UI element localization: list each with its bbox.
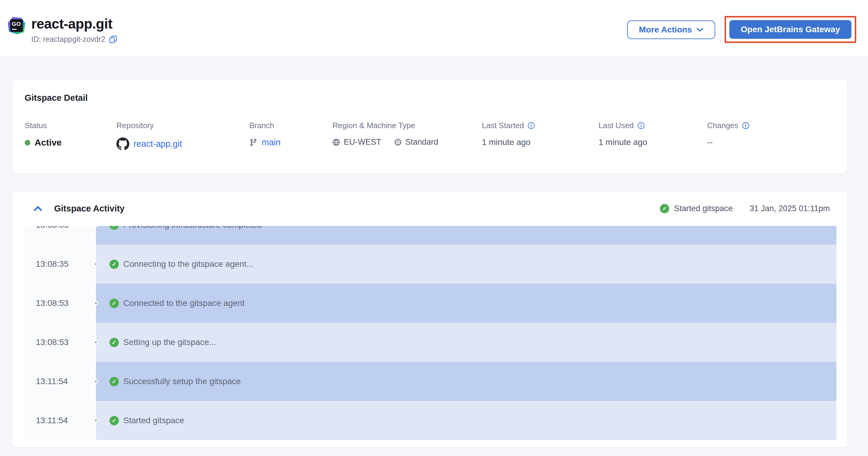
event-band: ✓ Connected to the gitspace agent (96, 284, 836, 323)
github-icon (116, 138, 129, 150)
annotation-highlight-box: Open JetBrains Gateway (724, 16, 856, 43)
field-region-machine: Region & Machine Type EU-WEST (332, 121, 438, 147)
field-repository: Repository react-app.git (116, 121, 182, 150)
success-check-icon: ✓ (110, 377, 119, 386)
git-branch-icon (249, 139, 257, 147)
activity-event-row: 13:08:35 ✓ Provisioning infrastructure c… (25, 226, 836, 245)
info-icon[interactable] (637, 122, 645, 129)
gitspace-activity-card: Gitspace Activity ✓ Started gitspace 31 … (12, 191, 847, 447)
last-started-label: Last Started (482, 121, 524, 130)
goland-logo: GO (8, 17, 25, 34)
goland-logo-box: GO (10, 19, 23, 32)
event-time: 13:11:54 (25, 401, 96, 440)
status-dot-icon (25, 140, 30, 146)
success-check-icon: ✓ (110, 299, 119, 308)
chevron-down-icon (696, 28, 704, 32)
changes-label: Changes (707, 121, 738, 130)
detail-card-title: Gitspace Detail (25, 93, 88, 103)
branch-link[interactable]: main (262, 138, 281, 147)
gitspace-id: ID: reactappgit-zovdr2 (31, 35, 105, 43)
repository-label: Repository (116, 121, 182, 130)
activity-event-row: 13:11:54 ✓ Started gitspace (25, 401, 836, 440)
activity-title: Gitspace Activity (54, 204, 125, 214)
activity-log: 13:08:35 ✓ Provisioning infrastructure c… (25, 226, 836, 440)
event-time: 13:08:35 (25, 245, 96, 284)
event-band: ✓ Successfully setup the gitspace (96, 362, 836, 401)
last-used-value: 1 minute ago (598, 138, 647, 147)
success-check-icon: ✓ (110, 260, 119, 269)
success-check-icon: ✓ (660, 204, 669, 213)
branch-label: Branch (249, 121, 281, 130)
timeline-dot-icon (94, 340, 98, 344)
event-message: Started gitspace (123, 416, 184, 425)
gitspace-detail-card: Gitspace Detail Status Active Repository… (12, 79, 847, 174)
info-icon[interactable] (742, 122, 749, 129)
more-actions-button[interactable]: More Actions (627, 21, 715, 39)
copy-icon[interactable] (109, 35, 117, 43)
event-band: ✓ Setting up the gitspace... (96, 323, 836, 362)
open-jetbrains-gateway-button[interactable]: Open JetBrains Gateway (730, 20, 851, 39)
event-time: 13:08:35 (25, 226, 96, 245)
field-status: Status Active (25, 121, 62, 148)
page-title: react-app.git (31, 16, 117, 32)
title-block: react-app.git ID: reactappgit-zovdr2 (31, 16, 117, 43)
cpu-chip-icon (394, 139, 402, 146)
event-message: Successfully setup the gitspace (123, 376, 241, 386)
event-message: Connecting to the gitspace agent... (123, 259, 253, 269)
timeline-dot-icon (94, 379, 98, 384)
info-icon[interactable] (528, 122, 535, 129)
event-time: 13:08:53 (25, 284, 96, 323)
event-message: Provisioning infrastructure completed (123, 226, 262, 230)
page-header: GO react-app.git ID: reactappgit-zovdr2 … (0, 0, 868, 57)
activity-log-viewport[interactable]: 13:08:35 ✓ Provisioning infrastructure c… (25, 226, 836, 440)
globe-icon (332, 139, 340, 146)
timeline-dot-icon (94, 418, 98, 423)
collapse-chevron-up-icon[interactable] (33, 206, 42, 212)
event-message: Connected to the gitspace agent (123, 298, 245, 308)
region-value: EU-WEST (344, 138, 381, 147)
activity-event-row: 13:08:35 ✓ Connecting to the gitspace ag… (25, 245, 836, 284)
field-changes: Changes -- (707, 121, 749, 147)
event-time: 13:11:54 (25, 362, 96, 401)
status-label: Status (25, 121, 62, 130)
goland-logo-text: GO (12, 21, 21, 27)
timeline-dot-icon (94, 262, 98, 266)
activity-event-row: 13:08:53 ✓ Setting up the gitspace... (25, 323, 836, 362)
success-check-icon: ✓ (110, 338, 119, 347)
event-message: Setting up the gitspace... (123, 337, 216, 347)
field-last-used: Last Used 1 minute ago (598, 121, 647, 147)
event-time: 13:08:53 (25, 323, 96, 362)
event-band: ✓ Connecting to the gitspace agent... (96, 245, 836, 284)
changes-value: -- (707, 138, 749, 147)
last-used-label: Last Used (598, 121, 634, 130)
more-actions-label: More Actions (639, 25, 692, 35)
last-started-value: 1 minute ago (482, 138, 535, 147)
goland-logo-underscore (12, 29, 17, 30)
timeline-dot-icon (94, 301, 98, 305)
activity-header: Gitspace Activity ✓ Started gitspace 31 … (12, 191, 847, 226)
success-check-icon: ✓ (110, 226, 119, 230)
event-band: ✓ Provisioning infrastructure completed (96, 226, 836, 245)
success-check-icon: ✓ (110, 416, 119, 425)
activity-status-label: Started gitspace (674, 204, 733, 213)
activity-event-row: 13:08:53 ✓ Connected to the gitspace age… (25, 284, 836, 323)
status-value: Active (35, 138, 62, 148)
region-machine-label: Region & Machine Type (332, 121, 438, 130)
activity-event-row: 13:11:54 ✓ Successfully setup the gitspa… (25, 362, 836, 401)
field-last-started: Last Started 1 minute ago (482, 121, 535, 147)
field-branch: Branch main (249, 121, 281, 147)
machine-type-value: Standard (405, 138, 438, 147)
repository-link[interactable]: react-app.git (133, 139, 182, 149)
event-band: ✓ Started gitspace (96, 401, 836, 440)
activity-timestamp: 31 Jan, 2025 01:11pm (749, 204, 830, 213)
